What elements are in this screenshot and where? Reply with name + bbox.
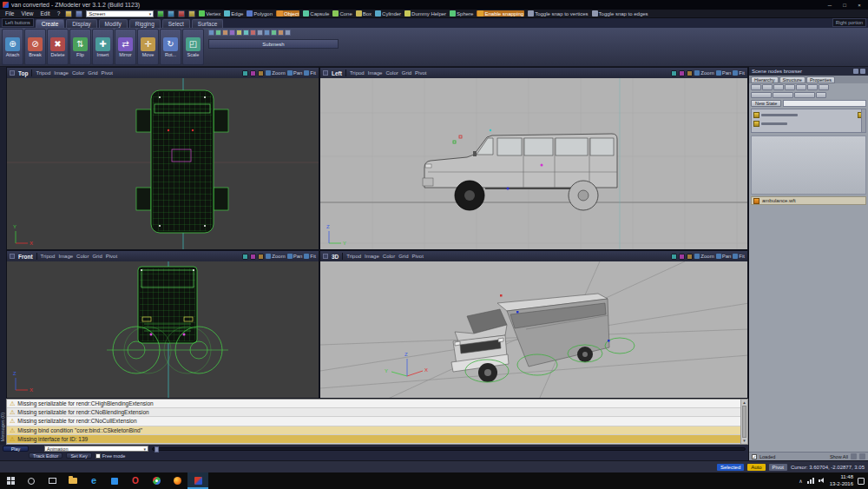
- scroll-up-icon[interactable]: ▲: [742, 400, 746, 405]
- viewport-menu-image[interactable]: Image: [368, 70, 383, 76]
- volume-icon[interactable]: [819, 478, 825, 485]
- viewport-name[interactable]: Front: [18, 254, 33, 260]
- tool-icon[interactable]: [188, 10, 195, 17]
- firefox-browser-button[interactable]: [167, 472, 187, 489]
- tool-capsule[interactable]: Capsule: [303, 10, 329, 17]
- textured-mode-icon[interactable]: [687, 254, 693, 260]
- filter-icon[interactable]: [851, 453, 857, 459]
- insert-button[interactable]: ✚Insert: [92, 29, 114, 65]
- viewport-left-canvas[interactable]: Y Z: [320, 78, 747, 249]
- viewport-menu-color[interactable]: Color: [76, 254, 89, 259]
- textured-mode-icon[interactable]: [258, 70, 264, 76]
- log-row[interactable]: ⚠ Missing serializable for rendr:CHighBl…: [7, 400, 740, 408]
- tab-hierarchy[interactable]: Hierarchy: [751, 76, 779, 83]
- shaded-mode-icon[interactable]: [250, 70, 256, 76]
- screen-selector[interactable]: Screen ▾: [86, 10, 154, 17]
- selected-status-badge[interactable]: Selected: [717, 464, 744, 471]
- zmodeler-taskbar-item[interactable]: [187, 472, 208, 489]
- viewport-name[interactable]: 3D: [332, 254, 339, 260]
- tool-snap-edges[interactable]: Toggle snap to edges: [592, 10, 648, 17]
- tool-vertex[interactable]: Vertex: [199, 10, 220, 17]
- submesh-tool-icon[interactable]: [250, 30, 256, 36]
- log-row[interactable]: ⚠ Missing serializable for rendr:CNoCull…: [7, 417, 740, 426]
- panel-button[interactable]: [751, 84, 761, 90]
- zoom-control[interactable]: Zoom: [694, 254, 713, 259]
- viewport-name[interactable]: Left: [332, 70, 342, 76]
- log-scrollbar[interactable]: ▲ ▼: [740, 400, 747, 444]
- panel-button[interactable]: [796, 84, 806, 90]
- scrollbar-thumb[interactable]: [742, 406, 746, 438]
- notifications-icon[interactable]: [858, 478, 865, 485]
- tab-display[interactable]: Display: [66, 19, 96, 28]
- tool-icon[interactable]: [168, 10, 174, 17]
- submesh-tool-icon[interactable]: [264, 30, 270, 36]
- tab-structure[interactable]: Structure: [779, 76, 806, 83]
- submesh-tool-icon[interactable]: [229, 30, 235, 36]
- track-editor-button[interactable]: Track Editor: [29, 453, 62, 459]
- panel-button[interactable]: [773, 92, 793, 98]
- pan-control[interactable]: Pan: [287, 254, 303, 259]
- panel-pin-icon[interactable]: [853, 69, 858, 74]
- viewport-menu-tripod[interactable]: Tripod: [36, 70, 50, 76]
- panel-close-icon[interactable]: [860, 69, 865, 74]
- new-state-button[interactable]: New State: [751, 100, 781, 107]
- tab-surface[interactable]: Surface: [192, 19, 223, 28]
- viewport-menu-tripod[interactable]: Tripod: [41, 254, 56, 259]
- viewport-menu-pivot[interactable]: Pivot: [411, 254, 423, 259]
- refresh-icon[interactable]: [859, 453, 865, 459]
- viewport-menu-tripod[interactable]: Tripod: [350, 70, 365, 76]
- panel-button[interactable]: [785, 84, 795, 90]
- zoom-control[interactable]: Zoom: [694, 70, 713, 76]
- hierarchy-tree[interactable]: [751, 109, 866, 133]
- maximize-button[interactable]: □: [840, 3, 849, 8]
- submesh-tool-icon[interactable]: [271, 30, 277, 36]
- viewport-menu-image[interactable]: Image: [365, 254, 379, 259]
- tab-modify[interactable]: Modify: [99, 19, 128, 28]
- zoom-control[interactable]: Zoom: [266, 70, 285, 76]
- loaded-checkbox[interactable]: ✓: [752, 454, 757, 459]
- edge-browser-button[interactable]: e: [83, 472, 104, 489]
- panel-button[interactable]: [751, 92, 772, 98]
- submesh-tool-icon[interactable]: [278, 30, 284, 36]
- tool-dummy-helper[interactable]: Dummy Helper: [404, 10, 446, 17]
- textured-mode-icon[interactable]: [258, 254, 264, 260]
- menu-file[interactable]: File: [3, 10, 16, 17]
- mirror-button[interactable]: ⇄Mirror: [115, 29, 136, 65]
- tool-snap-vertices[interactable]: Toggle snap to vertices: [528, 10, 588, 17]
- viewport-menu-icon[interactable]: [323, 70, 328, 76]
- viewport-top-canvas[interactable]: X Y: [7, 78, 319, 249]
- submesh-tool-icon[interactable]: [285, 30, 291, 36]
- scale-button[interactable]: ◰Scale: [182, 29, 204, 65]
- flip-button[interactable]: ⇅Flip: [69, 29, 91, 65]
- pivot-mode-badge[interactable]: Pivot: [769, 464, 787, 471]
- viewport-menu-pivot[interactable]: Pivot: [106, 254, 117, 259]
- viewport-menu-icon[interactable]: [10, 254, 15, 259]
- wireframe-mode-icon[interactable]: [671, 70, 677, 76]
- tool-box[interactable]: Box: [356, 10, 372, 17]
- timeline-track[interactable]: [152, 447, 746, 451]
- timeline-thumb[interactable]: [155, 446, 159, 453]
- chrome-browser-button[interactable]: [146, 472, 167, 489]
- pan-control[interactable]: Pan: [287, 70, 303, 76]
- tool-cylinder[interactable]: Cylinder: [375, 10, 401, 17]
- save-icon[interactable]: [76, 10, 82, 17]
- submesh-tool-icon[interactable]: [208, 30, 214, 36]
- tab-create[interactable]: Create: [36, 19, 65, 28]
- shaded-mode-icon[interactable]: [679, 254, 685, 260]
- minimize-button[interactable]: ─: [825, 3, 834, 8]
- start-button[interactable]: [0, 472, 21, 489]
- menu-view[interactable]: View: [19, 10, 35, 17]
- submesh-tool-icon[interactable]: [257, 30, 263, 36]
- delete-button[interactable]: ✖Delete: [47, 29, 69, 65]
- open-icon[interactable]: [65, 10, 72, 17]
- panel-button[interactable]: [807, 84, 818, 90]
- attach-button[interactable]: ⊕Attach: [2, 29, 23, 65]
- free-mode-toggle[interactable]: Free mode: [95, 453, 126, 459]
- tool-icon[interactable]: [157, 10, 164, 17]
- tree-item[interactable]: [753, 119, 864, 128]
- menu-edit[interactable]: Edit: [38, 10, 51, 17]
- auto-mode-badge[interactable]: Auto: [747, 464, 765, 471]
- show-all-label[interactable]: Show All: [830, 454, 848, 459]
- tool-polygon[interactable]: Polygon: [247, 10, 273, 17]
- play-button[interactable]: Play: [3, 446, 29, 452]
